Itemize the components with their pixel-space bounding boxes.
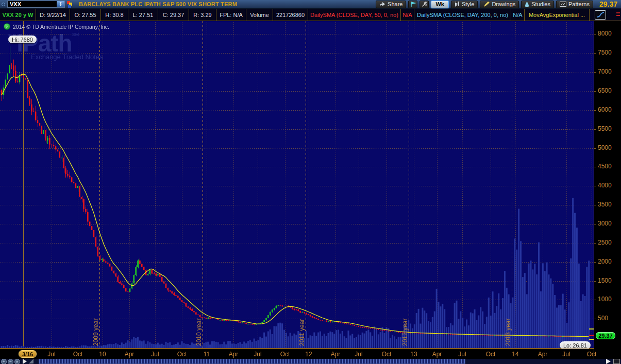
flag-tool-icon-button[interactable] xyxy=(408,1,417,8)
price-axis-label: 3500 xyxy=(598,201,612,208)
zoom-out-icon[interactable]: − xyxy=(8,359,13,364)
candlestick-icon xyxy=(455,2,460,7)
time-axis-label: Apr xyxy=(327,351,344,358)
cursor-arrow-icon[interactable] xyxy=(23,359,27,364)
study-sma200-value: N/A xyxy=(511,9,525,21)
chevron-down-icon[interactable]: ▼▼ xyxy=(57,1,64,7)
pencil-icon xyxy=(483,2,490,7)
study-movavg[interactable]: MovAvgExponential ... xyxy=(525,9,590,21)
time-axis-label: Apr xyxy=(225,351,242,358)
time-axis-label: Apr xyxy=(428,351,446,358)
price-axis-label: 2500 xyxy=(598,239,612,246)
price-axis[interactable]: 5001000150020002500300035004000450050005… xyxy=(594,21,621,359)
symbol-period: VXX 20 y W xyxy=(0,9,36,21)
time-axis-label: Jul xyxy=(146,351,164,358)
time-axis-label: Oct xyxy=(173,351,191,358)
price-axis-tick xyxy=(594,110,596,111)
time-axis-label: Oct xyxy=(378,351,395,358)
copyright-line: i 2014 © TD Ameritrade IP Company, Inc. xyxy=(4,23,109,30)
status-dot-icon xyxy=(2,3,5,6)
price-axis-tick xyxy=(594,281,596,282)
scrollbar-thumb[interactable] xyxy=(39,359,465,364)
symbol-input[interactable]: VXX ▼▼ xyxy=(7,1,65,8)
studies-button[interactable]: Studies xyxy=(521,1,554,8)
price-axis-tick xyxy=(594,91,596,92)
price-axis-label: 7000 xyxy=(598,68,612,75)
study-curve-icon-button[interactable] xyxy=(595,10,606,20)
price-axis-label: 4000 xyxy=(598,182,612,189)
time-axis-label: Jul xyxy=(249,351,266,358)
symbol-text: VXX xyxy=(10,1,21,7)
time-axis-label: Oct xyxy=(276,351,294,358)
chart-canvas[interactable] xyxy=(0,21,594,349)
study-sma50[interactable]: DailySMA (CLOSE, DAY, 50, 0, no) xyxy=(308,9,401,21)
price-axis-label: 1000 xyxy=(598,296,612,303)
price-axis-tick xyxy=(594,167,596,167)
patterns-button[interactable]: Patterns xyxy=(556,1,593,8)
share-button[interactable]: Share xyxy=(376,1,406,8)
bar-high: H: 30.8 xyxy=(101,9,128,21)
zoom-in-icon[interactable]: + xyxy=(1,359,7,364)
wrench-icon xyxy=(422,2,427,7)
volume-label: Volume xyxy=(246,9,273,21)
time-axis-label: Apr xyxy=(121,351,138,358)
bar-fpl: FPL: N/A xyxy=(216,9,246,21)
info-bar: VXX 20 y W D: 9/22/14 O: 27.55 H: 30.8 L… xyxy=(0,9,621,21)
trading-platform-window: VXX ▼▼ BARCLAYS BANK PLC IPATH S&P 500 V… xyxy=(0,0,621,364)
curve-icon xyxy=(596,12,605,18)
resize-handle-icon[interactable] xyxy=(29,359,33,363)
bar-open: O: 27.55 xyxy=(70,9,101,21)
price-axis-tick xyxy=(594,34,596,34)
price-axis-label: 1500 xyxy=(598,277,612,284)
scroll-right-icon[interactable] xyxy=(606,359,611,364)
price-axis-tick xyxy=(594,205,596,205)
price-axis-tick xyxy=(594,129,596,130)
study-sma200[interactable]: DailySMA (CLOSE, DAY, 200, 0, no) xyxy=(414,9,511,21)
timeframe-button[interactable]: Wk xyxy=(431,1,449,8)
price-axis-label: 2000 xyxy=(598,258,612,265)
flag-icon xyxy=(410,2,416,7)
price-axis-tick xyxy=(594,262,596,263)
price-axis-tick xyxy=(594,319,596,319)
wrench-icon-button[interactable] xyxy=(419,1,429,8)
share-icon xyxy=(379,2,385,7)
time-axis-label: 14 xyxy=(507,351,524,358)
info-icon[interactable]: i xyxy=(4,23,10,30)
bar-close: C: 29.37 xyxy=(158,9,189,21)
time-axis-label: Oct xyxy=(583,351,600,358)
date-marker-bubble: 3/16 xyxy=(19,350,37,358)
bar-range: R: 3.29 xyxy=(189,9,216,21)
instrument-title: BARCLAYS BANK PLC IPATH S&P 500 VIX SHOR… xyxy=(79,1,237,7)
bar-date: D: 9/22/14 xyxy=(36,9,70,21)
low-marker-bubble: Lo: 26.81 xyxy=(560,341,591,349)
volume-value: 221726860 xyxy=(273,9,308,21)
drawings-button[interactable]: Drawings xyxy=(480,1,519,8)
price-axis-label: 7500 xyxy=(598,49,612,56)
link-squares-icon[interactable] xyxy=(67,1,74,8)
scrollbar-tools: + − ◗ xyxy=(0,359,33,364)
last-price: 29.37 xyxy=(599,0,617,8)
mini-chart-icon[interactable] xyxy=(613,359,620,364)
bar-low: L: 27.51 xyxy=(128,9,158,21)
copyright-text: 2014 © TD Ameritrade IP Company, Inc. xyxy=(13,24,109,30)
time-axis-label: 10 xyxy=(94,351,111,358)
pattern-chart-icon xyxy=(560,2,566,7)
price-axis-label: 5500 xyxy=(598,125,612,132)
droplet-icon xyxy=(525,2,529,7)
price-axis-label: 3000 xyxy=(598,220,612,227)
price-axis-label: 5000 xyxy=(598,144,612,151)
style-button[interactable]: Style xyxy=(451,1,478,8)
price-axis-tick xyxy=(594,300,596,300)
price-axis-label: 8000 xyxy=(598,30,612,37)
price-axis-tick xyxy=(594,148,596,149)
price-axis-label: 500 xyxy=(598,315,608,322)
time-scrollbar[interactable]: + − ◗ xyxy=(0,359,621,364)
time-axis-label: Jul xyxy=(454,351,471,358)
time-axis-label: Oct xyxy=(482,351,499,358)
time-axis-label: Oct xyxy=(69,351,87,358)
price-axis-tick xyxy=(594,224,596,224)
pan-icon[interactable]: ◗ xyxy=(14,359,20,364)
time-axis[interactable]: 3/16 JulOct10AprJulOct11AprJulOct12AprJu… xyxy=(0,349,594,359)
high-marker-bubble: Hi: 7680 xyxy=(8,36,37,43)
price-axis-tick xyxy=(594,243,596,244)
